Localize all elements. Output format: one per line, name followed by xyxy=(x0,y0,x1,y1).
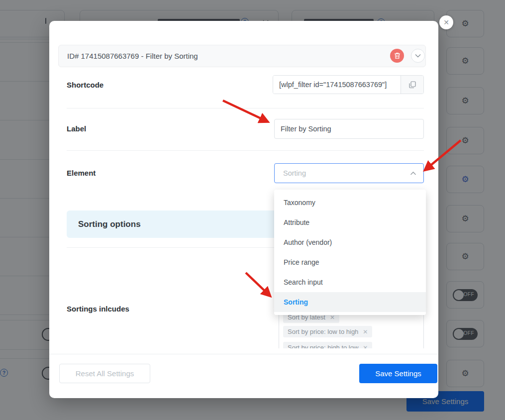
element-dropdown: TaxonomyAttributeAuthor (vendor)Price ra… xyxy=(274,190,426,315)
collapse-filter-button[interactable] xyxy=(411,49,425,63)
footer-divider xyxy=(49,354,438,354)
sortings-includes-label: Sortings inlcudes xyxy=(67,305,129,313)
dropdown-item-price-range[interactable]: Price range xyxy=(274,252,426,272)
tag-remove-icon[interactable]: ✕ xyxy=(363,344,368,349)
tag-label: Sort by price: low to high xyxy=(288,328,358,335)
shortcode-label: Shortcode xyxy=(67,75,103,95)
trash-icon xyxy=(394,52,401,59)
divider xyxy=(67,108,424,108)
filter-title: ID# 17415087663769 - Filter by Sorting xyxy=(67,52,198,60)
delete-filter-button[interactable] xyxy=(390,49,404,63)
screen: ? ? ⚙⚙⚙⚙⚙⚙⚙OFFOFF⚙ ? Save Settings ID# 1… xyxy=(0,0,505,420)
divider xyxy=(67,150,424,151)
filter-header-bar[interactable]: ID# 17415087663769 - Filter by Sorting xyxy=(58,45,426,67)
dropdown-item-author-vendor-[interactable]: Author (vendor) xyxy=(274,232,426,252)
shortcode-input[interactable] xyxy=(273,76,401,94)
tag-label: Sort by price: high to low xyxy=(288,344,358,348)
sorting-options-title: Sorting options xyxy=(78,219,141,229)
chevron-up-icon xyxy=(410,171,416,176)
dropdown-item-search-input[interactable]: Search input xyxy=(274,272,426,292)
copy-shortcode-button[interactable] xyxy=(401,76,423,94)
label-field-label: Label xyxy=(67,119,86,139)
chevron-down-icon xyxy=(415,54,421,58)
sorting-tag: Sort by price: high to low✕ xyxy=(283,342,372,348)
close-icon: ✕ xyxy=(443,18,449,26)
dropdown-item-taxonomy[interactable]: Taxonomy xyxy=(274,193,426,212)
tag-remove-icon[interactable]: ✕ xyxy=(363,328,368,335)
element-select-value: Sorting xyxy=(283,169,306,177)
shortcode-input-group xyxy=(273,75,424,94)
element-field-label: Element xyxy=(67,163,96,183)
sorting-tag: Sort by price: low to high✕ xyxy=(283,326,372,337)
save-settings-button[interactable]: Save Settings xyxy=(359,364,437,383)
dropdown-item-attribute[interactable]: Attribute xyxy=(274,212,426,232)
copy-icon xyxy=(409,81,416,89)
label-input[interactable] xyxy=(274,119,424,139)
reset-all-settings-button[interactable]: Reset All Settings xyxy=(59,364,150,383)
element-select[interactable]: Sorting xyxy=(274,163,424,183)
close-modal-button[interactable]: ✕ xyxy=(439,15,453,29)
dropdown-item-sorting[interactable]: Sorting xyxy=(274,292,426,312)
